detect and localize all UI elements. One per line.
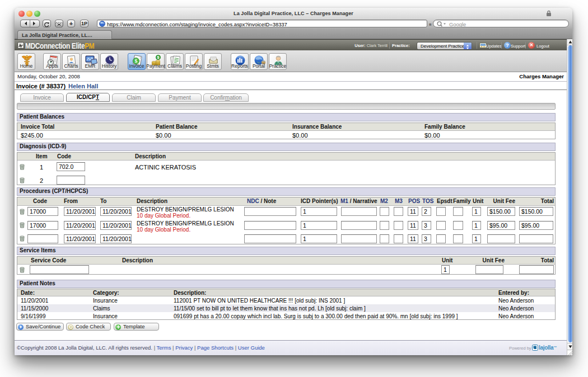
svg-text:$: $ [157,55,160,60]
